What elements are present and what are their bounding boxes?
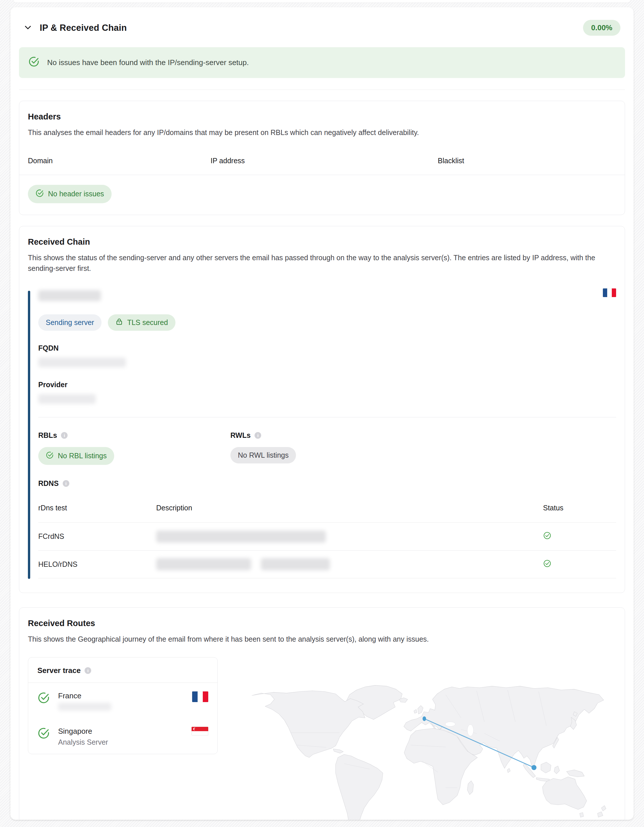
banner-text: No issues have been found with the IP/se…	[47, 58, 249, 67]
description-redacted	[261, 558, 330, 570]
france-flag-icon	[603, 289, 616, 297]
check-circle-icon	[37, 727, 50, 741]
france-flag-icon	[192, 691, 208, 702]
info-icon[interactable]: i	[61, 432, 68, 439]
route-destination-dot	[532, 765, 537, 770]
server-trace-header: Server trace i	[28, 657, 218, 682]
lock-icon	[115, 318, 123, 327]
headers-table-columns: Domain IP address Blacklist	[28, 157, 616, 165]
no-rwl-listings-label: No RWL listings	[238, 451, 288, 459]
rdns-table-header: rDns test Description Status	[38, 501, 616, 523]
check-circle-icon	[28, 56, 40, 69]
headers-card-description: This analyses the email headers for any …	[28, 127, 616, 138]
no-rbl-listings-label: No RBL listings	[58, 452, 107, 460]
info-icon[interactable]: i	[84, 667, 91, 674]
table-row: FCrdNS	[38, 523, 616, 550]
section-title: IP & Received Chain	[40, 23, 127, 33]
chain-entry: Sending server TLS secured	[28, 289, 616, 581]
received-chain-title: Received Chain	[28, 237, 616, 247]
sending-server-label: Sending server	[46, 318, 94, 327]
table-row: HELO/rDNS	[38, 550, 616, 578]
column-ip-address: IP address	[210, 157, 438, 165]
description-redacted	[156, 558, 251, 570]
rdns-label: RDNS i	[38, 479, 616, 488]
provider-label: Provider	[38, 381, 616, 389]
status-pass-icon	[543, 559, 616, 570]
received-chain-card: Received Chain This shows the status of …	[19, 226, 625, 593]
server-trace-title: Server trace	[37, 666, 81, 675]
fqdn-value-redacted	[38, 357, 126, 367]
info-icon[interactable]: i	[255, 432, 261, 439]
column-domain: Domain	[28, 157, 210, 165]
score-badge: 0.00%	[583, 20, 621, 36]
column-rdns-test: rDns test	[38, 504, 156, 512]
no-rwl-listings-pill: No RWL listings	[230, 447, 296, 463]
collapse-section-button[interactable]	[23, 23, 33, 33]
rbl-rwl-row: RBLs i No RBL listings	[38, 431, 616, 465]
check-circle-icon	[37, 691, 50, 705]
info-icon[interactable]: i	[63, 480, 69, 487]
divider	[19, 89, 625, 90]
no-rbl-listings-pill: No RBL listings	[38, 447, 114, 465]
rbls-label: RBLs i	[38, 431, 230, 440]
rwls-column: RWLs i No RWL listings	[230, 431, 616, 465]
provider-value-redacted	[38, 394, 96, 404]
rdns-test-name: FCrdNS	[38, 532, 156, 541]
fqdn-label: FQDN	[38, 344, 616, 352]
server-badges: Sending server TLS secured	[38, 314, 616, 331]
chevron-down-icon	[23, 23, 32, 33]
column-status: Status	[543, 504, 616, 512]
trace-ip-redacted	[58, 703, 111, 711]
column-description: Description	[156, 504, 543, 512]
routes-body: Server trace i France	[28, 657, 616, 820]
check-circle-icon	[35, 189, 44, 199]
tls-secured-label: TLS secured	[127, 318, 168, 327]
headers-card: Headers This analyses the email headers …	[19, 101, 625, 215]
page: IP & Received Chain 0.00% No issues have…	[0, 0, 644, 827]
check-circle-icon	[46, 451, 54, 461]
server-trace-panel: Server trace i France	[28, 657, 218, 754]
received-routes-description: This shows the Geographical journey of t…	[28, 634, 616, 645]
divider	[19, 175, 625, 175]
trace-country: Singapore	[58, 727, 108, 736]
status-pass-icon	[543, 531, 616, 541]
received-routes-title: Received Routes	[28, 619, 616, 628]
trace-entry-singapore: Singapore Analysis Server	[28, 718, 218, 754]
rdns-table: rDns test Description Status FCrdNS	[38, 501, 616, 578]
success-banner: No issues have been found with the IP/se…	[19, 47, 625, 78]
no-header-issues-label: No header issues	[48, 190, 104, 198]
received-chain-description: This shows the status of the sending-ser…	[28, 253, 614, 274]
headers-card-title: Headers	[28, 112, 616, 122]
trace-country: France	[58, 691, 111, 701]
trace-entry-france: France	[28, 683, 218, 718]
singapore-flag-icon	[191, 727, 208, 735]
no-header-issues-pill: No header issues	[28, 185, 112, 203]
rbls-column: RBLs i No RBL listings	[38, 431, 230, 465]
headers-empty-state-row: No header issues	[28, 185, 616, 203]
rdns-test-name: HELO/rDNS	[38, 560, 156, 568]
previous-section-card-edge	[14, 0, 630, 3]
server-ip-redacted	[38, 290, 101, 301]
world-map	[229, 664, 616, 820]
route-origin-dot	[423, 716, 426, 721]
tls-secured-badge: TLS secured	[108, 314, 176, 331]
column-blacklist: Blacklist	[438, 157, 616, 165]
trace-subtitle: Analysis Server	[58, 738, 108, 746]
description-redacted	[156, 531, 326, 543]
sending-server-badge: Sending server	[38, 314, 101, 331]
ip-received-chain-section: IP & Received Chain 0.00% No issues have…	[10, 7, 634, 820]
rwls-label: RWLs i	[230, 431, 616, 440]
received-routes-card: Received Routes This shows the Geographi…	[19, 607, 625, 820]
section-header: IP & Received Chain 0.00%	[19, 7, 625, 36]
